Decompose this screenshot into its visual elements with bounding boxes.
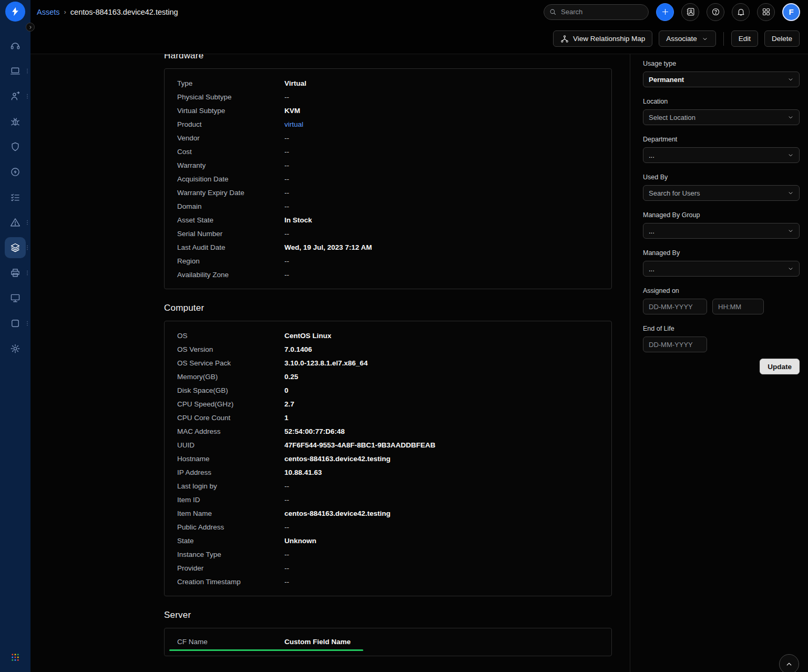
update-button[interactable]: Update	[760, 359, 800, 374]
section-card: OSCentOS LinuxOS Version7.0.1406OS Servi…	[164, 321, 612, 596]
field-value[interactable]: virtual	[284, 120, 303, 128]
square-icon	[10, 318, 21, 329]
chevron-down-icon	[787, 189, 794, 197]
view-relationship-map-button[interactable]: View Relationship Map	[553, 30, 652, 47]
select-location[interactable]: Select Location	[643, 109, 800, 125]
kebab-menu-icon[interactable]	[24, 68, 30, 74]
breadcrumb-separator: ›	[64, 8, 66, 16]
select-used-by[interactable]: Search for Users	[643, 185, 800, 201]
field-row: Region--	[165, 254, 611, 268]
field-label: Creation Timestamp	[177, 578, 284, 586]
field-value: Unknown	[284, 537, 316, 545]
sidebar-item-devices[interactable]	[5, 60, 26, 82]
kebab-menu-icon[interactable]	[24, 270, 30, 276]
sidebar-item-tasks[interactable]	[5, 187, 26, 208]
field-value: --	[284, 134, 289, 142]
asset-detail-sections: HardwareTypeVirtualPhysical Subtype--Vir…	[164, 54, 612, 656]
section-title: Computer	[164, 303, 612, 313]
field-value: --	[284, 230, 289, 238]
date-field-group	[643, 337, 800, 352]
sidebar-item-monitoring[interactable]	[5, 288, 26, 309]
sidebar-item-applications[interactable]	[5, 313, 26, 334]
field-row: Public Address--	[165, 520, 611, 534]
field-row: Acquisition Date--	[165, 172, 611, 186]
button-label: Delete	[772, 35, 792, 43]
field-value: 0.25	[284, 373, 298, 381]
notifications-button[interactable]	[732, 3, 750, 21]
field-row: Instance Type--	[165, 547, 611, 561]
sidebar-item-users[interactable]	[5, 86, 26, 107]
field-row: Productvirtual	[165, 117, 611, 131]
field-value: KVM	[284, 107, 300, 115]
field-label: OS	[177, 332, 284, 340]
accent-underline	[169, 649, 363, 651]
field-label: Serial Number	[177, 230, 284, 238]
sidebar-expand-button[interactable]	[26, 23, 35, 32]
headset-icon	[10, 40, 21, 51]
select-value: Permanent	[649, 76, 684, 84]
sidebar-item-alerts[interactable]	[5, 212, 26, 233]
section-title: Hardware	[164, 54, 612, 61]
monitor-icon	[10, 293, 21, 303]
field-row: TypeVirtual	[165, 76, 611, 90]
bug-icon	[10, 116, 21, 127]
field-label: Region	[177, 257, 284, 265]
kebab-menu-icon[interactable]	[24, 219, 30, 226]
select-usage-type[interactable]: Permanent	[643, 72, 800, 87]
sidebar-item-security[interactable]	[5, 136, 26, 157]
kebab-menu-icon[interactable]	[24, 320, 30, 327]
sidebar-item-assets[interactable]	[5, 237, 26, 258]
scroll-to-top-button[interactable]	[779, 654, 799, 672]
field-value: 7.0.1406	[284, 345, 312, 353]
contacts-icon	[686, 7, 695, 16]
header-actions	[656, 3, 775, 21]
edit-button[interactable]: Edit	[731, 30, 758, 47]
assignment-panel: Usage typePermanentLocationSelect Locati…	[630, 54, 808, 672]
field-row: IP Address10.88.41.63	[165, 465, 611, 479]
field-value: --	[284, 564, 289, 572]
field-label: Last Audit Date	[177, 243, 284, 251]
breadcrumb-link[interactable]: Assets	[37, 8, 60, 16]
field-label: Cost	[177, 148, 284, 156]
sidebar-item-settings[interactable]	[5, 338, 26, 359]
sidebar-item-support[interactable]	[5, 35, 26, 56]
create-button[interactable]	[656, 3, 674, 21]
date-input-assigned-on[interactable]	[643, 299, 707, 314]
field-value: 1	[284, 414, 289, 422]
search-input[interactable]	[544, 4, 649, 20]
select-department[interactable]: ...	[643, 147, 800, 163]
select-value: Select Location	[649, 114, 696, 121]
field-label: Disk Space(GB)	[177, 386, 284, 394]
field-label: UUID	[177, 441, 284, 449]
sidebar-item-automation[interactable]	[5, 161, 26, 182]
select-managed-by[interactable]: ...	[643, 261, 800, 277]
time-input-assigned-on[interactable]	[712, 299, 764, 314]
avatar[interactable]: F	[782, 3, 800, 21]
sidebar-item-issues[interactable]	[5, 111, 26, 132]
apps-button[interactable]	[757, 3, 775, 21]
app-logo[interactable]	[5, 2, 25, 22]
field-label: Location	[643, 98, 800, 105]
kebab-menu-icon[interactable]	[24, 93, 30, 99]
apps-grid-button[interactable]	[5, 647, 26, 668]
sidebar-item-print[interactable]	[5, 262, 26, 283]
associate-button[interactable]: Associate	[659, 30, 716, 47]
contacts-button[interactable]	[681, 3, 699, 21]
alert-triangle-icon	[10, 217, 21, 228]
field-label: Vendor	[177, 134, 284, 142]
field-row: CPU Core Count1	[165, 411, 611, 424]
field-row: Warranty--	[165, 158, 611, 172]
field-label: Department	[643, 136, 800, 143]
select-managed-by-group[interactable]: ...	[643, 223, 800, 239]
search-box	[544, 4, 649, 20]
field-row: Last Audit DateWed, 19 Jul, 2023 7:12 AM	[165, 240, 611, 254]
field-value: --	[284, 496, 289, 504]
field-label: Used By	[643, 174, 800, 181]
field-label: Item Name	[177, 510, 284, 517]
breadcrumb: Assets›centos-884163.device42.testing	[37, 8, 178, 16]
delete-button[interactable]: Delete	[764, 30, 800, 47]
kebab-menu-icon[interactable]	[24, 245, 30, 251]
button-label: Associate	[666, 35, 697, 43]
help-button[interactable]	[707, 3, 724, 21]
date-input-end-of-life[interactable]	[643, 337, 707, 352]
